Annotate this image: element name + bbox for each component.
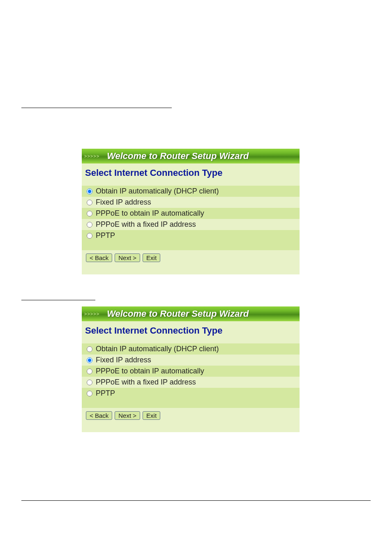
radio-pptp[interactable] <box>87 233 92 239</box>
section-underline-top <box>21 108 172 108</box>
chevrons-icon: >>>>> <box>84 311 99 316</box>
footer-rule <box>21 500 371 501</box>
option-pppoe-fixed[interactable]: PPPoE with a fixed IP address <box>82 219 300 230</box>
radio-pptp[interactable] <box>87 391 92 396</box>
wizard-title: Welcome to Router Setup Wizard <box>107 151 249 161</box>
next-button[interactable]: Next > <box>115 253 140 262</box>
section-underline-middle <box>21 300 95 300</box>
radio-fixed-ip[interactable] <box>87 357 92 363</box>
radio-pppoe-auto[interactable] <box>87 368 92 374</box>
option-pppoe-auto[interactable]: PPPoE to obtain IP automatically <box>82 366 300 377</box>
next-button[interactable]: Next > <box>115 411 140 420</box>
radio-pppoe-fixed[interactable] <box>87 222 92 228</box>
option-pppoe-fixed[interactable]: PPPoE with a fixed IP address <box>82 377 300 388</box>
radio-dhcp[interactable] <box>87 189 92 194</box>
button-row: < Back Next > Exit <box>82 250 300 274</box>
spacer-row <box>82 399 300 408</box>
option-label-dhcp: Obtain IP automatically (DHCP client) <box>96 345 219 353</box>
wizard-title: Welcome to Router Setup Wizard <box>107 309 249 319</box>
button-row: < Back Next > Exit <box>82 408 300 432</box>
option-label-fixed-ip: Fixed IP address <box>96 198 151 207</box>
spacer-row <box>82 241 300 250</box>
back-button[interactable]: < Back <box>86 411 112 420</box>
option-label-pptp: PPTP <box>96 389 115 398</box>
wizard-header: >>>>> Welcome to Router Setup Wizard <box>82 149 300 164</box>
radio-fixed-ip[interactable] <box>87 200 92 205</box>
option-dhcp[interactable]: Obtain IP automatically (DHCP client) <box>82 343 300 355</box>
option-label-pppoe-auto: PPPoE to obtain IP automatically <box>96 367 204 375</box>
exit-button[interactable]: Exit <box>143 253 160 262</box>
option-label-pppoe-fixed: PPPoE with a fixed IP address <box>96 378 196 387</box>
option-label-fixed-ip: Fixed IP address <box>96 356 151 364</box>
option-dhcp[interactable]: Obtain IP automatically (DHCP client) <box>82 186 300 197</box>
radio-pppoe-fixed[interactable] <box>87 380 92 385</box>
panel-heading: Select Internet Connection Type <box>82 164 300 186</box>
option-fixed-ip[interactable]: Fixed IP address <box>82 197 300 208</box>
option-label-dhcp: Obtain IP automatically (DHCP client) <box>96 187 219 196</box>
option-pppoe-auto[interactable]: PPPoE to obtain IP automatically <box>82 208 300 219</box>
back-button[interactable]: < Back <box>86 253 112 262</box>
radio-pppoe-auto[interactable] <box>87 211 92 216</box>
exit-button[interactable]: Exit <box>143 411 160 420</box>
chevrons-icon: >>>>> <box>84 154 99 159</box>
option-label-pptp: PPTP <box>96 231 115 240</box>
panel-heading: Select Internet Connection Type <box>82 321 300 343</box>
option-label-pppoe-fixed: PPPoE with a fixed IP address <box>96 220 196 229</box>
option-fixed-ip[interactable]: Fixed IP address <box>82 355 300 366</box>
option-pptp[interactable]: PPTP <box>82 388 300 399</box>
option-label-pppoe-auto: PPPoE to obtain IP automatically <box>96 209 204 218</box>
option-pptp[interactable]: PPTP <box>82 230 300 241</box>
wizard-panel-fixed: >>>>> Welcome to Router Setup Wizard Sel… <box>82 306 300 432</box>
radio-dhcp[interactable] <box>87 346 92 352</box>
wizard-header: >>>>> Welcome to Router Setup Wizard <box>82 306 300 321</box>
wizard-panel-dhcp: >>>>> Welcome to Router Setup Wizard Sel… <box>82 149 300 274</box>
